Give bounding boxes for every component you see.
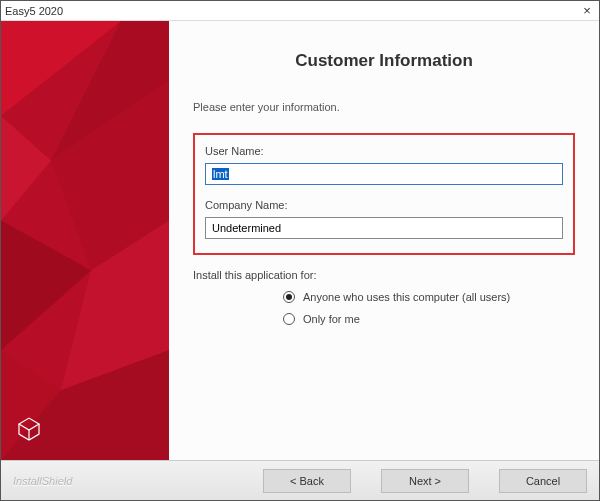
radio-only-me-label: Only for me	[303, 313, 360, 325]
titlebar: Easy5 2020 ×	[1, 1, 599, 21]
radio-all-users-label: Anyone who uses this computer (all users…	[303, 291, 510, 303]
close-icon[interactable]: ×	[579, 3, 595, 19]
next-button[interactable]: Next >	[381, 469, 469, 493]
footer: InstallShield < Back Next > Cancel	[1, 460, 599, 500]
window-body: Customer Information Please enter your i…	[1, 21, 599, 460]
instruction-text: Please enter your information.	[193, 101, 575, 113]
install-for-prompt: Install this application for:	[193, 269, 575, 281]
footer-buttons: < Back Next > Cancel	[263, 469, 587, 493]
username-field[interactable]: lmt	[205, 163, 563, 185]
cancel-button[interactable]: Cancel	[499, 469, 587, 493]
fields-group: User Name: lmt Company Name:	[193, 133, 575, 255]
back-button[interactable]: < Back	[263, 469, 351, 493]
window-title: Easy5 2020	[5, 5, 63, 17]
footer-brand: InstallShield	[13, 475, 72, 487]
username-label: User Name:	[205, 145, 563, 157]
radio-icon	[283, 313, 295, 325]
sidebar-graphic	[1, 21, 169, 460]
company-label: Company Name:	[205, 199, 563, 211]
username-value: lmt	[212, 168, 229, 180]
radio-only-me[interactable]: Only for me	[283, 313, 575, 325]
main-panel: Customer Information Please enter your i…	[169, 21, 599, 460]
page-title: Customer Information	[193, 51, 575, 71]
company-field[interactable]	[205, 217, 563, 239]
radio-all-users[interactable]: Anyone who uses this computer (all users…	[283, 291, 575, 303]
radio-icon	[283, 291, 295, 303]
installer-window: Easy5 2020 ×	[0, 0, 600, 501]
